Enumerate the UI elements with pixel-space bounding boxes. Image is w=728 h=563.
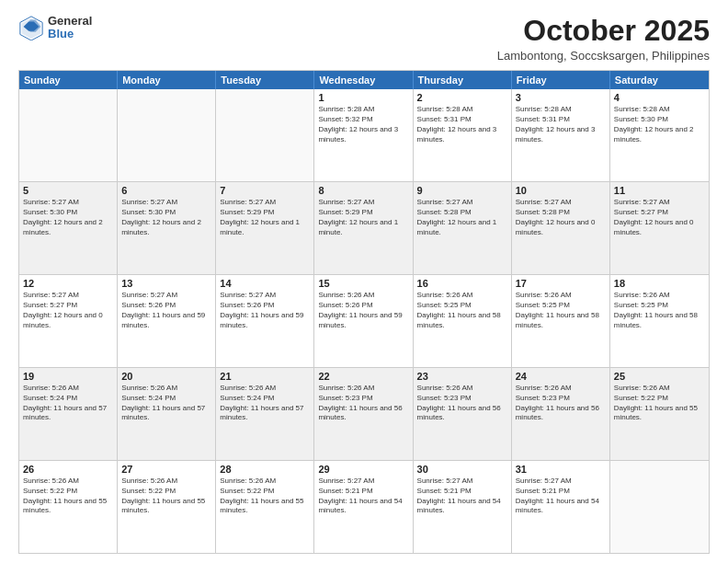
day-cell-31: 31Sunrise: 5:27 AM Sunset: 5:21 PM Dayli… [512, 461, 610, 553]
header-day-friday: Friday [512, 71, 610, 89]
day-number: 31 [516, 464, 606, 475]
cell-info: Sunrise: 5:26 AM Sunset: 5:22 PM Dayligh… [121, 477, 211, 516]
header-day-thursday: Thursday [414, 71, 512, 89]
day-cell-19: 19Sunrise: 5:26 AM Sunset: 5:24 PM Dayli… [19, 368, 118, 460]
cell-info: Sunrise: 5:27 AM Sunset: 5:27 PM Dayligh… [614, 198, 705, 237]
logo-icon [18, 15, 44, 40]
day-cell-13: 13Sunrise: 5:27 AM Sunset: 5:26 PM Dayli… [118, 275, 216, 367]
logo-general: General [48, 15, 92, 28]
day-number: 16 [417, 278, 507, 289]
cell-info: Sunrise: 5:26 AM Sunset: 5:25 PM Dayligh… [614, 291, 705, 330]
day-cell-6: 6Sunrise: 5:27 AM Sunset: 5:30 PM Daylig… [118, 182, 216, 274]
day-number: 5 [23, 185, 113, 196]
day-cell-10: 10Sunrise: 5:27 AM Sunset: 5:28 PM Dayli… [512, 182, 610, 274]
cell-info: Sunrise: 5:27 AM Sunset: 5:26 PM Dayligh… [220, 291, 310, 330]
cell-info: Sunrise: 5:27 AM Sunset: 5:21 PM Dayligh… [516, 477, 606, 516]
cell-info: Sunrise: 5:26 AM Sunset: 5:26 PM Dayligh… [318, 291, 408, 330]
day-cell-2: 2Sunrise: 5:28 AM Sunset: 5:31 PM Daylig… [414, 89, 512, 181]
cell-info: Sunrise: 5:27 AM Sunset: 5:30 PM Dayligh… [121, 198, 211, 237]
logo-blue: Blue [48, 28, 92, 40]
empty-cell-0-1 [118, 89, 216, 181]
day-cell-12: 12Sunrise: 5:27 AM Sunset: 5:27 PM Dayli… [19, 275, 118, 367]
header-day-saturday: Saturday [610, 71, 709, 89]
header-day-wednesday: Wednesday [314, 71, 413, 89]
day-cell-29: 29Sunrise: 5:27 AM Sunset: 5:21 PM Dayli… [314, 461, 413, 553]
day-number: 18 [614, 278, 705, 289]
cell-info: Sunrise: 5:26 AM Sunset: 5:22 PM Dayligh… [23, 477, 113, 516]
calendar-body: 1Sunrise: 5:28 AM Sunset: 5:32 PM Daylig… [19, 89, 709, 553]
day-number: 30 [417, 464, 507, 475]
day-number: 25 [614, 371, 705, 382]
day-cell-1: 1Sunrise: 5:28 AM Sunset: 5:32 PM Daylig… [314, 89, 413, 181]
logo: General Blue [18, 15, 92, 41]
day-number: 26 [23, 464, 113, 475]
day-cell-30: 30Sunrise: 5:27 AM Sunset: 5:21 PM Dayli… [414, 461, 512, 553]
cell-info: Sunrise: 5:28 AM Sunset: 5:31 PM Dayligh… [516, 105, 606, 144]
day-cell-14: 14Sunrise: 5:27 AM Sunset: 5:26 PM Dayli… [216, 275, 314, 367]
day-cell-25: 25Sunrise: 5:26 AM Sunset: 5:22 PM Dayli… [610, 368, 709, 460]
calendar-row-1: 5Sunrise: 5:27 AM Sunset: 5:30 PM Daylig… [19, 181, 709, 274]
calendar-row-4: 26Sunrise: 5:26 AM Sunset: 5:22 PM Dayli… [19, 460, 709, 553]
day-number: 15 [318, 278, 408, 289]
day-number: 22 [318, 371, 408, 382]
cell-info: Sunrise: 5:27 AM Sunset: 5:29 PM Dayligh… [318, 198, 408, 237]
day-cell-8: 8Sunrise: 5:27 AM Sunset: 5:29 PM Daylig… [314, 182, 413, 274]
calendar-header: SundayMondayTuesdayWednesdayThursdayFrid… [19, 71, 709, 89]
day-number: 10 [516, 185, 606, 196]
day-cell-27: 27Sunrise: 5:26 AM Sunset: 5:22 PM Dayli… [118, 461, 216, 553]
day-number: 9 [417, 185, 507, 196]
day-cell-28: 28Sunrise: 5:26 AM Sunset: 5:22 PM Dayli… [216, 461, 314, 553]
cell-info: Sunrise: 5:26 AM Sunset: 5:24 PM Dayligh… [220, 384, 310, 423]
day-number: 17 [516, 278, 606, 289]
cell-info: Sunrise: 5:27 AM Sunset: 5:27 PM Dayligh… [23, 291, 113, 330]
day-number: 12 [23, 278, 113, 289]
day-cell-9: 9Sunrise: 5:27 AM Sunset: 5:28 PM Daylig… [414, 182, 512, 274]
day-number: 27 [121, 464, 211, 475]
calendar-row-0: 1Sunrise: 5:28 AM Sunset: 5:32 PM Daylig… [19, 89, 709, 181]
day-number: 23 [417, 371, 507, 382]
day-number: 28 [220, 464, 310, 475]
cell-info: Sunrise: 5:26 AM Sunset: 5:25 PM Dayligh… [417, 291, 507, 330]
cell-info: Sunrise: 5:27 AM Sunset: 5:26 PM Dayligh… [121, 291, 211, 330]
day-cell-20: 20Sunrise: 5:26 AM Sunset: 5:24 PM Dayli… [118, 368, 216, 460]
cell-info: Sunrise: 5:26 AM Sunset: 5:22 PM Dayligh… [614, 384, 705, 423]
day-number: 7 [220, 185, 310, 196]
cell-info: Sunrise: 5:27 AM Sunset: 5:30 PM Dayligh… [23, 198, 113, 237]
cell-info: Sunrise: 5:27 AM Sunset: 5:28 PM Dayligh… [417, 198, 507, 237]
cell-info: Sunrise: 5:28 AM Sunset: 5:30 PM Dayligh… [614, 105, 705, 144]
day-number: 14 [220, 278, 310, 289]
empty-cell-0-0 [19, 89, 118, 181]
header-day-tuesday: Tuesday [216, 71, 314, 89]
day-cell-18: 18Sunrise: 5:26 AM Sunset: 5:25 PM Dayli… [610, 275, 709, 367]
day-number: 6 [121, 185, 211, 196]
calendar-row-2: 12Sunrise: 5:27 AM Sunset: 5:27 PM Dayli… [19, 274, 709, 367]
cell-info: Sunrise: 5:26 AM Sunset: 5:24 PM Dayligh… [23, 384, 113, 423]
cell-info: Sunrise: 5:27 AM Sunset: 5:21 PM Dayligh… [318, 477, 408, 516]
day-number: 20 [121, 371, 211, 382]
day-number: 24 [516, 371, 606, 382]
cell-info: Sunrise: 5:26 AM Sunset: 5:23 PM Dayligh… [417, 384, 507, 423]
cell-info: Sunrise: 5:26 AM Sunset: 5:23 PM Dayligh… [318, 384, 408, 423]
day-number: 21 [220, 371, 310, 382]
day-cell-22: 22Sunrise: 5:26 AM Sunset: 5:23 PM Dayli… [314, 368, 413, 460]
day-number: 8 [318, 185, 408, 196]
logo-text: General Blue [48, 15, 92, 41]
header-day-sunday: Sunday [19, 71, 118, 89]
day-cell-4: 4Sunrise: 5:28 AM Sunset: 5:30 PM Daylig… [610, 89, 709, 181]
cell-info: Sunrise: 5:26 AM Sunset: 5:25 PM Dayligh… [516, 291, 606, 330]
day-cell-26: 26Sunrise: 5:26 AM Sunset: 5:22 PM Dayli… [19, 461, 118, 553]
day-number: 13 [121, 278, 211, 289]
day-cell-23: 23Sunrise: 5:26 AM Sunset: 5:23 PM Dayli… [414, 368, 512, 460]
header-day-monday: Monday [118, 71, 216, 89]
cell-info: Sunrise: 5:26 AM Sunset: 5:23 PM Dayligh… [516, 384, 606, 423]
day-cell-5: 5Sunrise: 5:27 AM Sunset: 5:30 PM Daylig… [19, 182, 118, 274]
title-block: October 2025 Lambontong, Soccsksargen, P… [497, 15, 710, 63]
day-cell-21: 21Sunrise: 5:26 AM Sunset: 5:24 PM Dayli… [216, 368, 314, 460]
day-cell-24: 24Sunrise: 5:26 AM Sunset: 5:23 PM Dayli… [512, 368, 610, 460]
day-number: 4 [614, 92, 705, 103]
cell-info: Sunrise: 5:27 AM Sunset: 5:21 PM Dayligh… [417, 477, 507, 516]
day-cell-16: 16Sunrise: 5:26 AM Sunset: 5:25 PM Dayli… [414, 275, 512, 367]
cell-info: Sunrise: 5:28 AM Sunset: 5:32 PM Dayligh… [318, 105, 408, 144]
day-cell-7: 7Sunrise: 5:27 AM Sunset: 5:29 PM Daylig… [216, 182, 314, 274]
cell-info: Sunrise: 5:26 AM Sunset: 5:22 PM Dayligh… [220, 477, 310, 516]
